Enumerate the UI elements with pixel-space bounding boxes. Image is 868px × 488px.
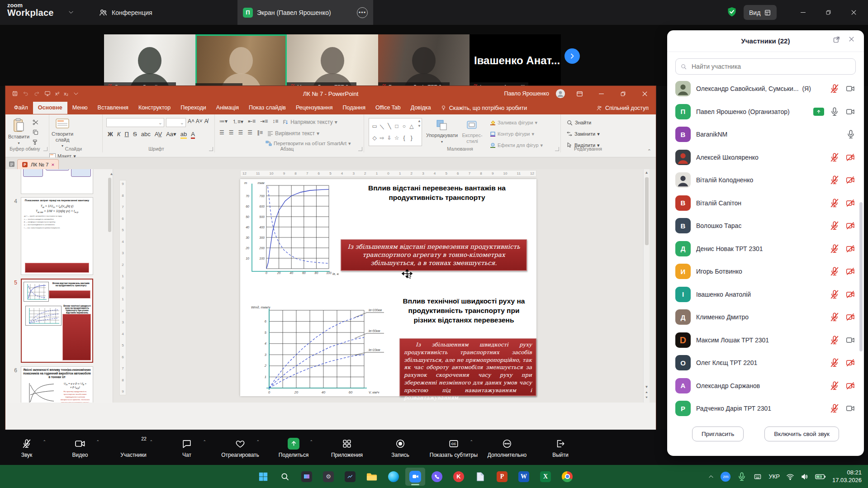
view-button[interactable]: Вид <box>744 5 777 20</box>
ribbon-tab-Основне[interactable]: Основне <box>33 102 67 114</box>
security-shield-icon[interactable] <box>726 6 737 17</box>
align-right-icon[interactable]: ☰ <box>238 129 243 137</box>
indent-more-icon[interactable]: ⇥≡ <box>260 118 268 126</box>
share-button[interactable]: Спільний доступ <box>596 105 656 111</box>
taskbar-powerpoint[interactable]: P <box>492 468 512 486</box>
align-left-icon[interactable]: ☰ <box>219 129 224 137</box>
tab-options-icon[interactable]: ••• <box>357 7 368 18</box>
ppt-restore-button[interactable] <box>615 86 631 101</box>
popout-icon[interactable] <box>833 36 840 43</box>
volume-icon[interactable] <box>801 473 809 481</box>
collapse-ribbon-icon[interactable]: ⌃ <box>647 148 651 154</box>
ppt-minimize-button[interactable] <box>593 86 609 101</box>
participant-row[interactable]: АОлександр Саржанов <box>667 374 864 398</box>
save-icon[interactable] <box>12 90 18 97</box>
clock[interactable]: 08:21 17.03.2026 <box>832 469 862 484</box>
toolbar-record[interactable]: Запись <box>374 437 427 458</box>
ribbon-tab-Рецензування[interactable]: Рецензування <box>291 102 337 114</box>
ribbon-tab-Меню[interactable]: Меню <box>67 102 93 114</box>
invite-button[interactable]: Пригласить <box>692 426 744 441</box>
clear-format-icon[interactable]: A̸ <box>204 118 208 127</box>
indent-less-icon[interactable]: ⇤≡ <box>248 118 256 126</box>
taskbar-monitor-app[interactable] <box>340 468 360 486</box>
shadow-button[interactable]: abс <box>141 131 151 137</box>
arrange-button[interactable]: Упорядкувати▾ <box>425 117 459 144</box>
taskbar-files-app[interactable] <box>470 468 490 486</box>
toolbar-more[interactable]: Дополнительно <box>480 437 534 458</box>
shapes-gallery[interactable]: ▭＼╲□○△ ◇⇨⇩☆{} ▲▼ <box>369 118 422 146</box>
video-tile[interactable]: Радченко Дарія ТРТ 2... <box>378 34 470 91</box>
participant-row[interactable]: DМаксим Лошак ТРТ 2301 <box>667 329 864 352</box>
unmute-button[interactable]: Включить свой звук <box>764 426 839 441</box>
taskbar-windows-start[interactable] <box>253 468 273 486</box>
spacing-button[interactable]: AV̲ <box>155 131 162 137</box>
search-input[interactable] <box>691 62 851 71</box>
editor-scrollbar[interactable]: ▲ ▼⯅⯆ <box>643 169 650 403</box>
new-slide-button[interactable]: Створити слайд▾ <box>49 114 76 148</box>
participants-scrollbar[interactable] <box>859 202 863 351</box>
shapes-up-icon[interactable]: ▲ <box>417 119 421 123</box>
slide-thumbnail[interactable]: 6Якісні залежності впливу техніко-економ… <box>5 366 93 403</box>
ribbon-tab-Переходи[interactable]: Переходи <box>175 102 211 114</box>
tell-me-box[interactable]: Скажіть, що потрібно зробити <box>441 104 527 111</box>
mic-tray-icon[interactable] <box>737 472 747 482</box>
participant-row[interactable]: ІІвашенко Анатолій <box>667 283 864 306</box>
toolbar-chat[interactable]: ⌃Чат <box>160 437 213 458</box>
language-indicator[interactable]: УКР <box>768 473 780 480</box>
text-direction-button[interactable]: Напрямок тексту ▾ <box>283 118 337 126</box>
align-center-icon[interactable]: ☰ <box>229 129 234 137</box>
slide-canvas[interactable]: тткм102030405060701002003004005006007000… <box>240 179 536 396</box>
slide-thumbnail[interactable]: Показники <box>5 169 93 194</box>
search-participant-box[interactable] <box>675 58 856 75</box>
ribbon-tab-Анімація[interactable]: Анімація <box>211 102 244 114</box>
next-videos-button[interactable] <box>564 48 580 64</box>
close-doc-icon[interactable]: × <box>51 162 54 167</box>
slideshow-icon[interactable] <box>44 90 51 97</box>
ribbon-tab-Конструктор[interactable]: Конструктор <box>133 102 175 114</box>
align-text-button[interactable]: Вирівняти текст ▾ <box>267 129 319 137</box>
taskbar-chrome[interactable] <box>557 468 577 486</box>
participant-row[interactable]: Віталій Колодненко <box>667 169 864 192</box>
font-size-combo[interactable]: ⌄ <box>166 118 186 127</box>
close-panel-icon[interactable] <box>848 36 855 43</box>
font-name-combo[interactable]: ⌄ <box>106 118 164 127</box>
customize-qat-icon[interactable] <box>73 90 79 97</box>
superscript-icon[interactable]: x² <box>55 91 59 96</box>
video-tile[interactable]: Павел Ярошенко <box>195 34 287 91</box>
bullets-icon[interactable]: ≔▾ <box>219 118 228 126</box>
shapes-down-icon[interactable]: ▼ <box>417 124 421 128</box>
participant-row[interactable]: ВВіталій Сапітон <box>667 192 864 215</box>
video-tile[interactable]: Івашенко Анат... Івашенко Анатолій <box>470 34 561 91</box>
highlight-button[interactable]: ab <box>180 131 187 139</box>
taskbar-koo-app[interactable]: K <box>449 468 469 486</box>
ribbon-tab-Файл[interactable]: Файл <box>9 102 33 114</box>
toolbar-leave[interactable]: Выйти <box>534 437 587 458</box>
undo-icon[interactable] <box>23 90 29 97</box>
keyboard-tray-icon[interactable] <box>753 473 762 480</box>
participant-row[interactable]: ВВолошко Тарас <box>667 214 864 237</box>
find-button[interactable]: Знайти <box>566 118 620 127</box>
tab-screen-share[interactable]: П Экран (Павел Ярошенко) ••• <box>237 0 373 25</box>
underline-button[interactable]: П <box>125 131 129 137</box>
document-tab[interactable]: P ЛК № 7 × <box>17 159 59 169</box>
copy-icon[interactable] <box>32 129 39 136</box>
taskbar-word[interactable]: W <box>514 468 534 486</box>
italic-button[interactable]: К <box>117 131 121 137</box>
taskbar-excel[interactable]: X <box>536 468 555 486</box>
shape-outline-button[interactable]: Контур фігури ▾ <box>490 130 543 138</box>
taskbar-settings-app[interactable]: ⚙ <box>318 468 338 486</box>
toolbar-apps[interactable]: Приложения <box>320 437 374 458</box>
redo-icon[interactable] <box>33 90 40 97</box>
format-painter-icon[interactable] <box>32 139 39 146</box>
toolbar-participants[interactable]: 22⌃Участники <box>107 437 160 458</box>
quick-access-toolbar[interactable]: x² x₂ <box>5 90 79 97</box>
participant-row[interactable]: ДДенис Новак ТРТ 2301 <box>667 237 864 261</box>
close-button[interactable] <box>843 0 864 25</box>
justify-icon[interactable]: ☰ <box>247 129 252 137</box>
ribbon-tab-Довідка[interactable]: Довідка <box>406 102 436 114</box>
toolbar-react[interactable]: ⌃Отреагировать <box>213 437 267 458</box>
paste-button[interactable]: Вставити▾ <box>5 114 32 145</box>
participant-row[interactable]: ДКлименко Дмитро <box>667 306 864 329</box>
battery-icon[interactable] <box>815 473 826 480</box>
font-color-button[interactable]: A <box>191 131 195 139</box>
